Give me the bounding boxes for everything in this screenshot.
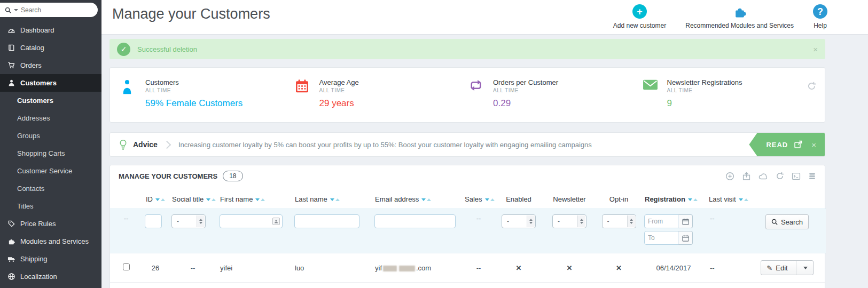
select-stepper-icon [627, 215, 635, 227]
sidebar-item-modules[interactable]: Modules and Services [0, 233, 101, 250]
submenu-item-titles[interactable]: Titles [0, 197, 101, 215]
cell-last-visit: -- [706, 253, 748, 283]
repeat-arrows-icon [468, 78, 486, 122]
page-header: Manage your Customers + Add new customer… [101, 0, 868, 35]
cell-email [372, 283, 463, 288]
filter-last-name-input[interactable] [294, 214, 359, 228]
database-icon[interactable] [808, 172, 816, 180]
submenu-item-groups[interactable]: Groups [0, 127, 101, 145]
calendar-button[interactable] [678, 214, 693, 228]
cell-newsletter[interactable] [543, 283, 596, 288]
customers-submenu: Customers Addresses Groups Shopping Cart… [0, 92, 101, 215]
page-content: ✓ Successful deletion × Customers ALL TI… [101, 35, 868, 288]
help-button[interactable]: ? Help [813, 4, 827, 29]
export-icon[interactable] [742, 172, 751, 181]
kpi-orders-per-customer: Orders per Customer ALL TIME 0.29 [461, 78, 635, 122]
recommended-modules-button[interactable]: Recommended Modules and Services [685, 4, 794, 29]
customer-row[interactable]: 26 -- yifei luo yif.com -- ✕ ✕ ✕ 06/14/2… [110, 253, 826, 283]
filter-social-title-select[interactable]: - [171, 214, 206, 228]
search-type-caret-icon[interactable] [14, 9, 18, 11]
submenu-item-contacts[interactable]: Contacts [0, 180, 101, 197]
cell-enabled[interactable] [495, 283, 543, 288]
sort-icons[interactable] [688, 198, 698, 201]
sidebar-item-price-rules[interactable]: Price Rules [0, 215, 101, 233]
sort-icons[interactable] [421, 198, 431, 201]
sidebar-item-customers[interactable]: Customers [0, 74, 101, 92]
contact-autofill-icon[interactable] [272, 218, 280, 225]
refresh-icon[interactable] [776, 172, 784, 180]
cell-enabled[interactable]: ✕ [495, 253, 543, 283]
help-icon: ? [813, 4, 827, 19]
filter-registration-to-input[interactable] [644, 231, 678, 245]
cell-id [142, 283, 169, 288]
terminal-icon[interactable] [792, 172, 801, 180]
submenu-label: Titles [17, 202, 34, 210]
row-select-checkbox[interactable] [123, 263, 130, 270]
sidebar-item-shipping[interactable]: Shipping [0, 250, 101, 268]
cell-last-name [292, 283, 372, 288]
filter-id-input[interactable] [145, 214, 162, 228]
filter-newsletter-select[interactable]: - [552, 214, 587, 228]
add-new-customer-button[interactable]: + Add new customer [613, 4, 666, 29]
sort-icons[interactable] [206, 198, 216, 201]
success-alert: ✓ Successful deletion × [110, 39, 825, 59]
sort-icons[interactable] [330, 198, 340, 201]
sidebar-item-orders[interactable]: Orders [0, 57, 101, 74]
customer-row[interactable]: 06/13/2017 ✎Edit [110, 283, 826, 288]
sidebar-search[interactable] [0, 3, 98, 17]
sort-icons[interactable] [739, 198, 748, 201]
submenu-item-customer-service[interactable]: Customer Service [0, 162, 101, 180]
submenu-label: Groups [17, 132, 40, 140]
sidebar: Dashboard Catalog Orders Customers Custo… [0, 0, 101, 288]
cell-last-visit [706, 283, 748, 288]
cell-first-name [217, 283, 292, 288]
select-value: - [177, 218, 179, 225]
column-header-social-title: Social title [169, 190, 217, 209]
cell-optin[interactable]: ✕ [596, 253, 642, 283]
advice-close-icon[interactable]: × [811, 140, 816, 149]
prestashop-admin-window: Dashboard Catalog Orders Customers Custo… [0, 0, 868, 288]
kpi-refresh-icon[interactable] [807, 82, 816, 93]
panel-title: MANAGE YOUR CUSTOMERS [119, 172, 217, 180]
sort-icons[interactable] [155, 198, 165, 201]
submenu-item-shopping-carts[interactable]: Shopping Carts [0, 145, 101, 162]
filter-enabled-select[interactable]: - [502, 214, 536, 228]
filter-registration-from-input[interactable] [644, 214, 678, 228]
read-button[interactable]: READ × [749, 132, 825, 157]
tag-icon [7, 220, 15, 228]
kpi-period: ALL TIME [145, 87, 243, 93]
sidebar-item-label: Customers [20, 79, 57, 87]
sidebar-item-catalog[interactable]: Catalog [0, 39, 101, 57]
filter-email-input[interactable] [374, 214, 456, 228]
puzzle-module-icon [733, 5, 747, 19]
sidebar-item-localization[interactable]: Localization [0, 268, 101, 285]
kpi-value: 0.29 [493, 98, 558, 109]
cell-newsletter[interactable]: ✕ [543, 253, 596, 283]
select-stepper-icon [577, 215, 585, 227]
sort-icons[interactable] [255, 198, 265, 201]
import-cloud-icon[interactable] [758, 172, 768, 180]
cell-sales: -- [463, 253, 495, 283]
alert-close-icon[interactable]: × [813, 45, 818, 54]
submenu-item-customers[interactable]: Customers [0, 92, 101, 109]
search-input[interactable] [21, 6, 72, 14]
kpi-period: ALL TIME [319, 87, 359, 93]
edit-button[interactable]: ✎Edit [761, 260, 813, 275]
puzzle-icon [7, 237, 15, 246]
search-icon [771, 219, 778, 225]
sidebar-item-dashboard[interactable]: Dashboard [0, 21, 101, 39]
customers-table: ID Social title First name Last name Ema… [110, 190, 826, 288]
add-icon: + [632, 4, 647, 19]
submenu-item-addresses[interactable]: Addresses [0, 109, 101, 127]
filter-optin-select[interactable]: - [602, 214, 636, 228]
filter-na: -- [110, 209, 142, 253]
success-check-icon: ✓ [117, 43, 130, 56]
add-record-icon[interactable] [725, 172, 734, 181]
calendar-button[interactable] [678, 231, 693, 245]
sort-icons[interactable] [485, 198, 495, 201]
page-title: Manage your Customers [112, 6, 270, 22]
sidebar-nav: Dashboard Catalog Orders Customers Custo… [0, 21, 101, 285]
edit-dropdown-caret-icon[interactable] [803, 267, 808, 269]
search-button[interactable]: Search [765, 214, 809, 229]
cell-optin[interactable] [596, 283, 642, 288]
